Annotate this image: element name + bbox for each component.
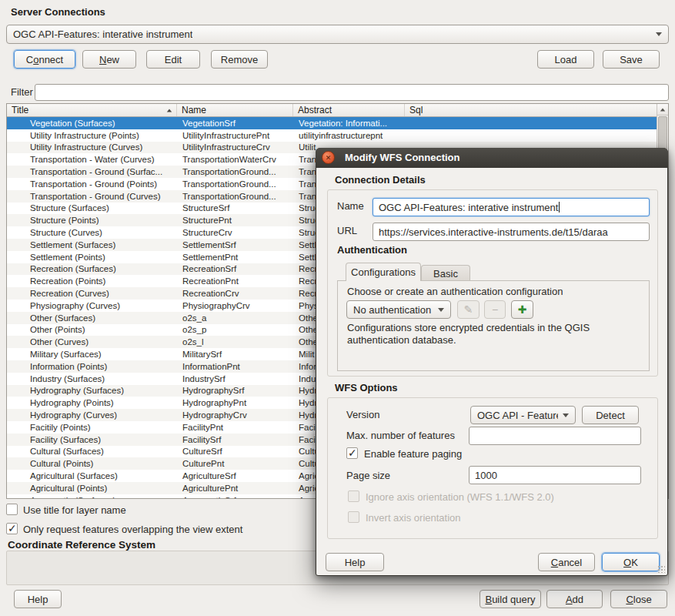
save-button[interactable]: Save	[603, 50, 660, 69]
tab-basic[interactable]: Basic	[421, 265, 470, 281]
cell-title: Transportation - Ground (Curves)	[7, 192, 177, 201]
resize-grip-icon[interactable]	[657, 565, 665, 573]
cell-title: Transportation - Water (Curves)	[7, 155, 177, 164]
server-connections-window: Server Connections OGC API-Features: int…	[0, 0, 675, 616]
page-size-input[interactable]: 1000	[469, 466, 641, 484]
add-button[interactable]: Add	[546, 590, 603, 608]
name-input[interactable]: OGC API-Features: interative instrument	[373, 198, 650, 216]
cell-title: Cultural (Surfaces)	[7, 447, 177, 456]
column-header-sql[interactable]: Sql	[405, 104, 657, 116]
auth-note-line2: authentication database.	[347, 334, 456, 346]
cell-name: RecreationPnt	[177, 276, 293, 286]
connect-button[interactable]: Connect	[14, 50, 75, 69]
cell-name: TransportationGround...	[177, 192, 293, 201]
dialog-titlebar[interactable]: ✕ Modify WFS Connection	[316, 148, 668, 168]
column-header-name[interactable]: Name	[177, 104, 293, 116]
cell-title: Structure (Surfaces)	[7, 203, 177, 213]
cell-title: Hydrography (Surfaces)	[7, 386, 177, 395]
column-header-title[interactable]: Title	[7, 104, 177, 116]
url-value: https://services.interactive-instruments…	[379, 226, 608, 238]
filter-label: Filter	[11, 86, 33, 98]
cell-abstract: utilityinfrastructurepnt	[293, 131, 405, 140]
use-title-checkbox[interactable]	[6, 504, 18, 515]
tab-configurations[interactable]: Configurations	[346, 263, 421, 281]
page-size-value: 1000	[475, 470, 497, 481]
invert-axis-checkbox	[348, 511, 359, 523]
name-label: Name	[337, 200, 364, 212]
cell-title: Hydrography (Points)	[7, 398, 177, 407]
cell-title: Other (Points)	[7, 325, 177, 334]
max-features-input[interactable]	[469, 427, 641, 445]
auth-config-dropdown[interactable]: No authentication	[346, 300, 451, 319]
connection-details-heading: Connection Details	[335, 174, 426, 186]
cell-name: RecreationSrf	[177, 264, 293, 273]
close-button[interactable]: Close	[610, 590, 667, 608]
cell-name: HydrographySrf	[177, 386, 293, 395]
cell-abstract: Vegetation: Informati...	[293, 119, 405, 128]
edit-button[interactable]: Edit	[146, 50, 200, 69]
url-label: URL	[337, 225, 357, 236]
cell-name: TransportationGround...	[177, 167, 293, 176]
dialog-cancel-button[interactable]: Cancel	[538, 553, 595, 571]
cell-title: Facitily (Points)	[7, 423, 177, 432]
cell-title: Aeronautic (Surfaces)	[7, 496, 177, 498]
filter-input[interactable]	[35, 84, 669, 101]
detect-button[interactable]: Detect	[582, 406, 639, 424]
cell-name: SettlementSrf	[177, 240, 293, 249]
enable-paging-checkbox[interactable]	[346, 447, 358, 459]
connection-dropdown[interactable]: OGC API-Features: interative instrument	[6, 25, 669, 44]
add-config-button[interactable]: ✚	[511, 300, 533, 319]
cell-name: o2s_p	[177, 325, 293, 334]
scroll-up-button[interactable]	[657, 104, 668, 116]
column-header-abstract[interactable]: Abstract	[293, 104, 405, 116]
version-dropdown[interactable]: OGC API - Features	[470, 406, 576, 424]
cell-name: TransportationGround...	[177, 179, 293, 189]
new-button[interactable]: New	[82, 50, 136, 69]
cell-title: Cultural (Points)	[7, 459, 177, 468]
url-input[interactable]: https://services.interactive-instruments…	[373, 223, 650, 241]
cell-name: FacilityPnt	[177, 423, 293, 432]
connection-dropdown-value: OGC API-Features: interative instrument	[13, 28, 192, 40]
load-button[interactable]: Load	[537, 50, 594, 69]
table-row[interactable]: Utility Infrastructure (Points)UtilityIn…	[7, 129, 657, 142]
modify-wfs-connection-dialog: ✕ Modify WFS Connection Connection Detai…	[316, 148, 668, 576]
name-value: OGC API-Features: interative instrument	[379, 202, 558, 213]
cell-title: Physiography (Curves)	[7, 301, 177, 310]
close-icon[interactable]: ✕	[322, 151, 335, 164]
authentication-heading: Authentication	[337, 244, 407, 256]
cell-title: Information (Points)	[7, 362, 177, 371]
pencil-icon: ✎	[464, 303, 473, 316]
cell-name: PhysiographyCrv	[177, 301, 293, 310]
cell-name: o2s_a	[177, 313, 293, 323]
table-row[interactable]: Vegetation (Surfaces)VegetationSrfVegeta…	[7, 117, 657, 129]
scroll-up-icon	[660, 108, 665, 111]
cell-title: Recreation (Surfaces)	[7, 264, 177, 273]
cell-title: Transportation - Ground (Surfac...	[7, 167, 177, 176]
dialog-help-button[interactable]: Help	[326, 553, 384, 571]
cell-name: FacilitySrf	[177, 435, 293, 444]
cell-name: MilitarySrf	[177, 350, 293, 359]
chevron-down-icon	[563, 413, 569, 417]
dialog-ok-button[interactable]: OK	[602, 553, 660, 571]
cell-name: SettlementPnt	[177, 253, 293, 262]
ignore-axis-checkbox	[348, 490, 359, 502]
edit-config-button[interactable]: ✎	[457, 300, 480, 319]
build-query-button[interactable]: Build query	[480, 590, 541, 608]
help-button[interactable]: Help	[14, 590, 62, 608]
cell-title: Recreation (Curves)	[7, 289, 177, 298]
overlap-label: Only request features overlapping the vi…	[23, 524, 242, 535]
ignore-axis-label: Ignore axis orientation (WFS 1.1/WFS 2.0…	[366, 491, 554, 503]
cell-name: AeronauticSrf	[177, 496, 293, 498]
remove-button[interactable]: Remove	[211, 50, 268, 69]
cell-title: Other (Curves)	[7, 337, 177, 346]
auth-choose-text: Choose or create an authentication confi…	[347, 286, 563, 297]
cell-name: o2s_l	[177, 337, 293, 346]
overlap-checkbox[interactable]	[6, 523, 18, 534]
page-size-label: Page size	[346, 470, 390, 481]
cell-title: Industry (Surfaces)	[7, 374, 177, 383]
wfs-options-heading: WFS Options	[335, 382, 398, 393]
auth-note-line1: Configurations store encrypted credentia…	[347, 322, 590, 333]
max-features-label: Max. number of features	[346, 430, 455, 441]
remove-config-button[interactable]: −	[484, 300, 506, 319]
cell-title: Structure (Points)	[7, 216, 177, 225]
